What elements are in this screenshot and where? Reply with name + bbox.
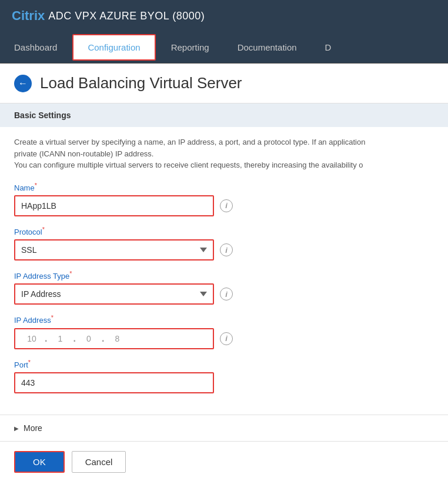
desc-line2: private (ICANN non-routable) IP address.	[14, 149, 153, 158]
app-header: Citrix ADC VPX AZURE BYOL (8000)	[0, 0, 448, 32]
name-field-row: i	[14, 195, 434, 216]
ip-octet-1[interactable]	[20, 334, 44, 343]
protocol-field-group: Protocol* SSL HTTP HTTPS TCP UDP DNS i	[14, 226, 434, 260]
nav-dashboard[interactable]: Dashboard	[0, 32, 71, 63]
ip-dot-2: .	[73, 333, 75, 344]
nav-documentation[interactable]: Documentation	[223, 32, 311, 63]
name-field-group: Name* i	[14, 182, 434, 216]
page-title: Load Balancing Virtual Server	[40, 74, 242, 92]
name-input[interactable]	[14, 195, 214, 216]
port-field-row	[14, 372, 434, 393]
nav-configuration[interactable]: Configuration	[72, 34, 155, 61]
cancel-button[interactable]: Cancel	[72, 451, 126, 473]
page-content: ← Load Balancing Virtual Server Basic Se…	[0, 64, 448, 491]
protocol-field-row: SSL HTTP HTTPS TCP UDP DNS i	[14, 239, 434, 260]
main-nav: Dashboard Configuration Reporting Docume…	[0, 32, 448, 64]
protocol-select[interactable]: SSL HTTP HTTPS TCP UDP DNS	[14, 239, 214, 260]
more-triangle-icon: ▶	[14, 425, 19, 432]
ip-address-type-info-icon[interactable]: i	[220, 288, 233, 300]
product-name: ADC VPX AZURE BYOL (8000)	[48, 10, 205, 22]
ok-button[interactable]: OK	[14, 451, 65, 473]
nav-extra[interactable]: D	[311, 32, 346, 63]
back-button[interactable]: ←	[14, 75, 32, 92]
ip-dot-3: .	[102, 333, 104, 344]
desc-line1: Create a virtual server by specifying a …	[14, 138, 365, 146]
ip-field-wrapper: . . .	[14, 328, 214, 349]
ip-address-label: IP Address*	[14, 314, 434, 325]
name-label: Name*	[14, 182, 434, 192]
citrix-label: Citrix	[12, 8, 45, 23]
protocol-info-icon[interactable]: i	[220, 243, 233, 256]
ip-dot-1: .	[45, 333, 47, 344]
ip-address-info-icon[interactable]: i	[220, 332, 233, 345]
ip-address-type-field-row: IP Address Non Addressable i	[14, 283, 434, 305]
brand-name: Citrix	[12, 8, 45, 24]
section-description: Create a virtual server by specifying a …	[14, 136, 414, 171]
section-title: Basic Settings	[0, 103, 448, 127]
ip-address-type-field-group: IP Address Type* IP Address Non Addressa…	[14, 270, 434, 305]
basic-settings-section: Basic Settings Create a virtual server b…	[0, 103, 448, 482]
ip-address-field-row: . . . i	[14, 328, 434, 349]
more-label: More	[24, 423, 42, 433]
ip-address-type-label: IP Address Type*	[14, 270, 434, 280]
port-field-group: Port*	[14, 359, 434, 393]
ip-address-type-select[interactable]: IP Address Non Addressable	[14, 283, 214, 305]
port-label: Port*	[14, 359, 434, 369]
action-buttons: OK Cancel	[0, 441, 448, 482]
protocol-label: Protocol*	[14, 226, 434, 236]
port-input[interactable]	[14, 372, 214, 393]
page-title-bar: ← Load Balancing Virtual Server	[0, 64, 448, 103]
ip-octet-3[interactable]	[77, 334, 101, 343]
ip-address-field-group: IP Address* . . . i	[14, 314, 434, 349]
section-body: Create a virtual server by specifying a …	[0, 127, 448, 415]
name-info-icon[interactable]: i	[220, 199, 233, 212]
nav-reporting[interactable]: Reporting	[157, 32, 223, 63]
ip-octet-2[interactable]	[48, 334, 72, 343]
ip-octet-4[interactable]	[105, 334, 129, 343]
more-section[interactable]: ▶ More	[0, 415, 448, 441]
desc-line3: You can configure multiple virtual serve…	[14, 161, 363, 169]
